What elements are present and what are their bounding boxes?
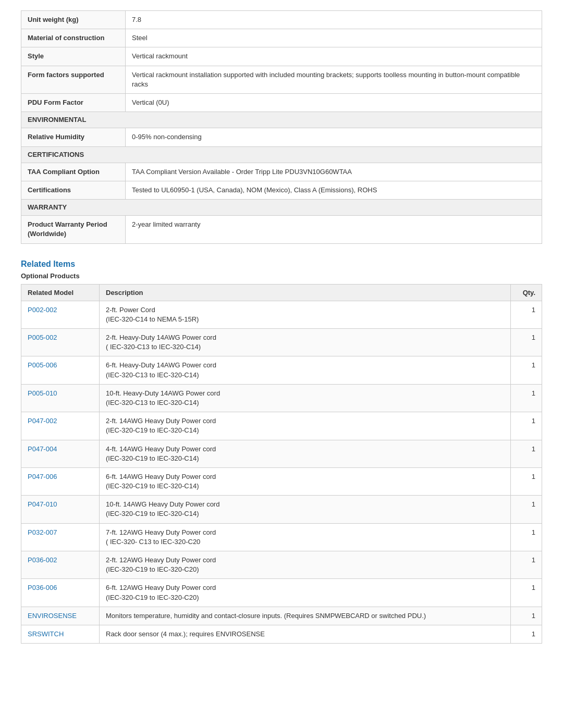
optional-products-label: Optional Products	[21, 272, 542, 280]
related-qty: 1	[511, 579, 542, 607]
related-items-section: Related Items Optional Products Related …	[21, 260, 542, 644]
spec-value: TAA Compliant Version Available - Order …	[126, 163, 542, 181]
related-description: 7-ft. 12AWG Heavy Duty Power cord ( IEC-…	[100, 523, 511, 551]
specs-table: Unit weight (kg)7.8Material of construct…	[21, 10, 542, 244]
related-description: 6-ft. 14AWG Heavy Duty Power cord (IEC-3…	[100, 467, 511, 495]
table-row: P036-0022-ft. 12AWG Heavy Duty Power cor…	[21, 551, 542, 579]
table-row: P005-0066-ft. Heavy-Duty 14AWG Power cor…	[21, 356, 542, 384]
spec-label: Unit weight (kg)	[21, 11, 126, 29]
related-description: 2-ft. Heavy-Duty 14AWG Power cord ( IEC-…	[100, 329, 511, 356]
spec-label: Form factors supported	[21, 66, 126, 93]
related-model[interactable]: P047-002	[21, 412, 100, 440]
spec-value: Vertical (0U)	[126, 93, 542, 112]
related-items-table: Related Model Description Qty. P002-0022…	[21, 284, 542, 644]
spec-label: Certifications	[21, 181, 126, 199]
spec-value: Vertical rackmount	[126, 47, 542, 66]
related-qty: 1	[511, 329, 542, 356]
related-description: 10-ft. Heavy-Duty 14AWG Power cord (IEC-…	[100, 384, 511, 412]
related-qty: 1	[511, 301, 542, 328]
spec-value: 0-95% non-condensing	[126, 128, 542, 146]
related-description: 6-ft. Heavy-Duty 14AWG Power cord (IEC-3…	[100, 356, 511, 384]
related-description: 2-ft. 14AWG Heavy Duty Power cord (IEC-3…	[100, 412, 511, 440]
related-model[interactable]: P047-006	[21, 467, 100, 495]
related-description: 4-ft. 14AWG Heavy Duty Power cord (IEC-3…	[100, 440, 511, 467]
related-description: Rack door sensor (4 max.); requires ENVI…	[100, 625, 511, 643]
spec-label: Product Warranty Period (Worldwide)	[21, 216, 126, 243]
related-qty: 1	[511, 607, 542, 625]
spec-value: 7.8	[126, 11, 542, 29]
related-model[interactable]: P047-010	[21, 496, 100, 523]
col-header-description: Description	[100, 284, 511, 301]
section-header: CERTIFICATIONS	[21, 146, 542, 163]
related-qty: 1	[511, 625, 542, 643]
section-header: WARRANTY	[21, 200, 542, 216]
spec-label: TAA Compliant Option	[21, 163, 126, 181]
related-model[interactable]: P002-002	[21, 301, 100, 328]
related-model[interactable]: P005-002	[21, 329, 100, 356]
spec-value: Vertical rackmount installation supporte…	[126, 66, 542, 93]
spec-label: Material of construction	[21, 29, 126, 47]
spec-value: Tested to UL60950-1 (USA, Canada), NOM (…	[126, 181, 542, 199]
table-row: SRSWITCHRack door sensor (4 max.); requi…	[21, 625, 542, 643]
related-model[interactable]: SRSWITCH	[21, 625, 100, 643]
related-qty: 1	[511, 551, 542, 579]
related-qty: 1	[511, 523, 542, 551]
spec-label: PDU Form Factor	[21, 93, 126, 112]
related-items-title: Related Items	[21, 260, 542, 269]
table-row: P047-01010-ft. 14AWG Heavy Duty Power co…	[21, 496, 542, 523]
table-row: P005-01010-ft. Heavy-Duty 14AWG Power co…	[21, 384, 542, 412]
spec-label: Relative Humidity	[21, 128, 126, 146]
table-row: P032-0077-ft. 12AWG Heavy Duty Power cor…	[21, 523, 542, 551]
related-qty: 1	[511, 496, 542, 523]
related-qty: 1	[511, 384, 542, 412]
spec-value: Steel	[126, 29, 542, 47]
col-header-qty: Qty.	[511, 284, 542, 301]
related-model[interactable]: P032-007	[21, 523, 100, 551]
related-description: Monitors temperature, humidity and conta…	[100, 607, 511, 625]
related-qty: 1	[511, 440, 542, 467]
related-qty: 1	[511, 467, 542, 495]
related-qty: 1	[511, 356, 542, 384]
related-model[interactable]: P005-010	[21, 384, 100, 412]
related-model[interactable]: P047-004	[21, 440, 100, 467]
related-model[interactable]: P036-006	[21, 579, 100, 607]
table-row: P047-0066-ft. 14AWG Heavy Duty Power cor…	[21, 467, 542, 495]
col-header-model: Related Model	[21, 284, 100, 301]
related-model[interactable]: P005-006	[21, 356, 100, 384]
related-description: 2-ft. 12AWG Heavy Duty Power cord (IEC-3…	[100, 551, 511, 579]
table-row: ENVIROSENSEMonitors temperature, humidit…	[21, 607, 542, 625]
related-description: 10-ft. 14AWG Heavy Duty Power cord (IEC-…	[100, 496, 511, 523]
table-row: P047-0044-ft. 14AWG Heavy Duty Power cor…	[21, 440, 542, 467]
related-description: 6-ft. 12AWG Heavy Duty Power cord (IEC-3…	[100, 579, 511, 607]
table-row: P047-0022-ft. 14AWG Heavy Duty Power cor…	[21, 412, 542, 440]
related-description: 2-ft. Power Cord (IEC-320-C14 to NEMA 5-…	[100, 301, 511, 328]
table-row: P002-0022-ft. Power Cord (IEC-320-C14 to…	[21, 301, 542, 328]
related-model[interactable]: P036-002	[21, 551, 100, 579]
table-row: P036-0066-ft. 12AWG Heavy Duty Power cor…	[21, 579, 542, 607]
related-model[interactable]: ENVIROSENSE	[21, 607, 100, 625]
section-header: ENVIRONMENTAL	[21, 112, 542, 128]
spec-label: Style	[21, 47, 126, 66]
related-qty: 1	[511, 412, 542, 440]
spec-value: 2-year limited warranty	[126, 216, 542, 243]
table-row: P005-0022-ft. Heavy-Duty 14AWG Power cor…	[21, 329, 542, 356]
